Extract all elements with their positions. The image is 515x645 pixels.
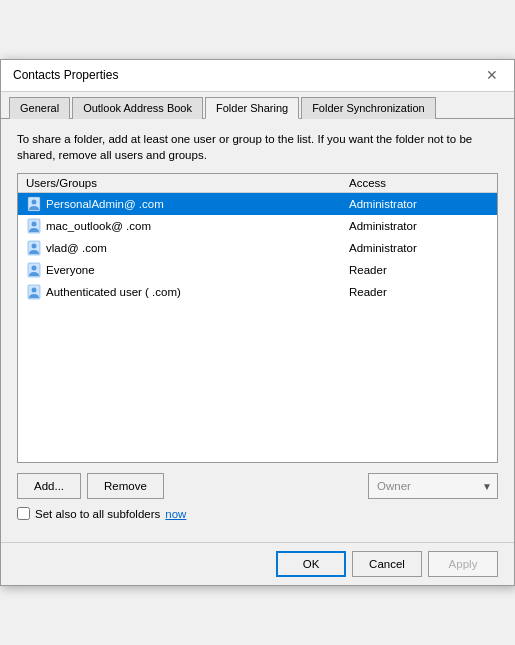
tab-folder-sharing[interactable]: Folder Sharing xyxy=(205,97,299,119)
tab-bar: General Outlook Address Book Folder Shar… xyxy=(1,92,514,119)
tab-folder-synchronization[interactable]: Folder Synchronization xyxy=(301,97,436,119)
list-item[interactable]: Authenticated user ( .com) Reader xyxy=(18,281,497,303)
user-name: Everyone xyxy=(46,264,95,276)
user-icon xyxy=(26,240,42,256)
list-item[interactable]: mac_outlook@ .com Administrator xyxy=(18,215,497,237)
user-icon xyxy=(26,262,42,278)
list-item[interactable]: Everyone Reader xyxy=(18,259,497,281)
ok-button[interactable]: OK xyxy=(276,551,346,577)
subfolders-row: Set also to all subfolders now xyxy=(17,507,498,520)
access-level: Reader xyxy=(349,286,489,298)
svg-point-1 xyxy=(32,200,37,205)
subfolders-label: Set also to all subfolders xyxy=(35,508,160,520)
user-icon xyxy=(26,284,42,300)
access-level: Administrator xyxy=(349,198,489,210)
access-level: Administrator xyxy=(349,220,489,232)
title-bar: Contacts Properties ✕ xyxy=(1,60,514,92)
bottom-controls: Add... Remove Owner ▼ Set also to all su… xyxy=(17,473,498,520)
access-level: Administrator xyxy=(349,242,489,254)
cancel-button[interactable]: Cancel xyxy=(352,551,422,577)
user-icon xyxy=(26,218,42,234)
svg-point-9 xyxy=(32,288,37,293)
user-name: mac_outlook@ .com xyxy=(46,220,151,232)
owner-dropdown-wrapper: Owner ▼ xyxy=(368,473,498,499)
svg-point-5 xyxy=(32,244,37,249)
subfolders-checkbox[interactable] xyxy=(17,507,30,520)
dialog-footer: OK Cancel Apply xyxy=(1,542,514,585)
user-name: PersonalAdmin@ .com xyxy=(46,198,164,210)
user-icon xyxy=(26,196,42,212)
users-groups-list[interactable]: Users/Groups Access PersonalAdmin@ .com … xyxy=(17,173,498,463)
list-item[interactable]: vlad@ .com Administrator xyxy=(18,237,497,259)
svg-point-7 xyxy=(32,266,37,271)
tab-content: To share a folder, add at least one user… xyxy=(1,119,514,542)
column-header-access: Access xyxy=(349,177,489,189)
owner-select-wrapper: Owner ▼ xyxy=(368,473,498,499)
list-header: Users/Groups Access xyxy=(18,174,497,193)
access-level: Reader xyxy=(349,264,489,276)
dialog-title: Contacts Properties xyxy=(13,68,118,82)
action-buttons-row: Add... Remove Owner ▼ xyxy=(17,473,498,499)
column-header-users: Users/Groups xyxy=(26,177,349,189)
owner-select[interactable]: Owner xyxy=(368,473,498,499)
description-text: To share a folder, add at least one user… xyxy=(17,131,498,163)
dialog-contacts-properties: Contacts Properties ✕ General Outlook Ad… xyxy=(0,59,515,586)
list-item[interactable]: PersonalAdmin@ .com Administrator xyxy=(18,193,497,215)
tab-outlook-address-book[interactable]: Outlook Address Book xyxy=(72,97,203,119)
user-name: vlad@ .com xyxy=(46,242,107,254)
subfolders-now-link[interactable]: now xyxy=(165,508,186,520)
user-name: Authenticated user ( .com) xyxy=(46,286,181,298)
apply-button[interactable]: Apply xyxy=(428,551,498,577)
add-button[interactable]: Add... xyxy=(17,473,81,499)
svg-point-3 xyxy=(32,222,37,227)
remove-button[interactable]: Remove xyxy=(87,473,164,499)
close-button[interactable]: ✕ xyxy=(482,65,502,85)
tab-general[interactable]: General xyxy=(9,97,70,119)
